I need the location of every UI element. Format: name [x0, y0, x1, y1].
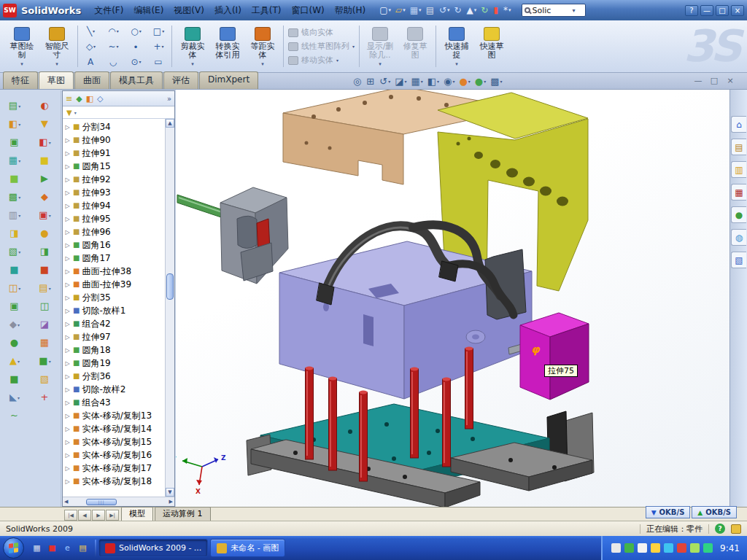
tray-icon[interactable]	[664, 543, 673, 553]
tree-item[interactable]: 分割36	[64, 370, 165, 383]
tool-button[interactable]: ▼	[41, 119, 49, 129]
expand-arrow-icon[interactable]	[64, 321, 71, 327]
sketch-entity-button[interactable]: ◡	[102, 54, 125, 69]
tree-item[interactable]: 拉伸91	[64, 147, 165, 160]
menu-item[interactable]: 编辑(E)	[128, 2, 169, 19]
document-control-button[interactable]: —	[693, 76, 703, 85]
menu-item[interactable]: 插入(I)	[209, 2, 247, 19]
menu-item[interactable]: 帮助(H)	[330, 2, 371, 19]
scrollbar-thumb[interactable]: |||	[86, 499, 117, 505]
tool-button[interactable]: ▦ ▾	[9, 155, 20, 166]
panel-tab-icon[interactable]: ≡	[66, 95, 72, 103]
expand-arrow-icon[interactable]	[64, 137, 71, 144]
command-row[interactable]: 移动实体 ▾	[288, 55, 355, 66]
tree-item[interactable]: 实体-移动/复制13	[64, 409, 165, 422]
expand-arrow-icon[interactable]	[64, 150, 71, 157]
start-button[interactable]	[3, 537, 24, 559]
tab-nav-button[interactable]: ▶	[92, 510, 105, 521]
tree-item[interactable]: 实体-移动/复制18	[64, 475, 165, 488]
tool-button[interactable]: ■	[9, 265, 19, 275]
sketch-entity-button[interactable]: ∙	[125, 39, 147, 54]
menu-item[interactable]: 窗口(W)	[287, 2, 330, 19]
tool-button[interactable]: ◫	[40, 301, 50, 311]
search-dropdown-icon[interactable]: ▾	[573, 7, 576, 14]
red-flag-icon[interactable]: ▮	[491, 5, 501, 15]
window-control-button[interactable]: ×	[731, 5, 744, 16]
tray-icon[interactable]	[690, 543, 700, 553]
command-button[interactable]: 显示/删 除几.. ▾	[363, 26, 397, 67]
tree-item[interactable]: 实体-移动/复制14	[64, 422, 165, 435]
tree-item[interactable]: 拉伸97	[64, 330, 165, 343]
tray-icon[interactable]	[703, 543, 713, 553]
tree-item[interactable]: 拉伸90	[64, 133, 165, 147]
document-control-button[interactable]: ×	[725, 76, 735, 85]
expand-arrow-icon[interactable]	[64, 478, 71, 485]
tool-button[interactable]: ◣ ▾	[9, 392, 20, 402]
command-tab[interactable]: 评估	[163, 71, 198, 89]
expand-arrow-icon[interactable]	[64, 295, 71, 301]
task-button[interactable]: SolidWorks 2009 - ...	[98, 539, 208, 557]
tool-button[interactable]: ■	[40, 265, 50, 275]
task-pane-tab[interactable]: ▦	[731, 184, 746, 201]
task-pane-tab[interactable]: ▥	[731, 161, 746, 178]
expand-arrow-icon[interactable]	[64, 124, 71, 131]
command-tab[interactable]: 模具工具	[110, 71, 163, 89]
expand-arrow-icon[interactable]	[64, 452, 71, 459]
tool-button[interactable]: ●	[10, 338, 19, 348]
tree-vertical-scrollbar[interactable]: ▲ ▼	[165, 119, 174, 497]
document-control-button[interactable]: □	[709, 76, 719, 85]
command-row[interactable]: 镜向实体	[288, 27, 355, 38]
tool-button[interactable]: ▥ ▾	[9, 210, 20, 220]
tool-button[interactable]: ▣	[9, 137, 19, 147]
view-tool-button[interactable]: ◧ ▾	[427, 77, 439, 86]
scrollbar-thumb[interactable]	[166, 273, 174, 300]
tray-icon[interactable]	[638, 543, 647, 553]
tray-icon[interactable]	[611, 543, 621, 553]
expand-arrow-icon[interactable]	[64, 386, 71, 393]
tree-item[interactable]: 组合43	[64, 396, 165, 409]
expand-arrow-icon[interactable]	[64, 176, 71, 183]
expand-arrow-icon[interactable]	[64, 373, 71, 380]
sketch-entity-button[interactable]: ▭	[147, 54, 170, 69]
view-tool-button[interactable]: ▩ ▾	[490, 77, 502, 86]
expand-arrow-icon[interactable]	[64, 360, 71, 367]
tree-item[interactable]: 拉伸92	[64, 173, 165, 186]
open-document-icon[interactable]: ▱ ▾	[393, 5, 408, 15]
tray-icon[interactable]	[651, 543, 660, 553]
tree-item[interactable]: 圆角19	[64, 357, 165, 370]
expand-arrow-icon[interactable]	[64, 426, 71, 432]
sketch-entity-button[interactable]: ◠ ▾	[102, 23, 125, 39]
filter-bar[interactable]: ▼ ▾	[63, 106, 174, 119]
task-button[interactable]: 未命名 - 画图	[210, 539, 285, 557]
undo-icon[interactable]: ↺ ▾	[437, 5, 452, 15]
menu-item[interactable]: 文件(F)	[89, 2, 128, 19]
command-button[interactable]: 等距实 体 ▾	[246, 26, 279, 67]
tool-button[interactable]: ~	[10, 411, 19, 421]
tool-button[interactable]: ▧	[40, 374, 50, 384]
task-pane-tab[interactable]: ⌂	[731, 116, 746, 133]
tree-item[interactable]: 切除-放样1	[64, 304, 165, 317]
expand-arrow-icon[interactable]	[64, 163, 71, 170]
expand-arrow-icon[interactable]	[64, 465, 71, 472]
quick-launch-icon[interactable]: e	[61, 542, 74, 554]
menu-item[interactable]: 工具(T)	[247, 2, 287, 19]
sketch-entity-button[interactable]: ╲ ▾	[80, 23, 102, 39]
save-icon[interactable]: ▦ ▾	[408, 5, 424, 15]
quick-launch-icon[interactable]: ▤	[77, 542, 89, 554]
command-tab[interactable]: DimXpert	[199, 71, 258, 89]
expand-arrow-icon[interactable]	[64, 216, 71, 222]
clipboard-icon[interactable]	[731, 524, 741, 534]
command-button[interactable]: 草图绘 制 ▾	[5, 26, 39, 67]
expand-arrow-icon[interactable]	[64, 413, 71, 419]
scroll-left-icon[interactable]: ◀	[64, 499, 68, 505]
scroll-down-icon[interactable]: ▼	[166, 488, 174, 497]
tool-button[interactable]: ◆	[41, 192, 49, 202]
expand-arrow-icon[interactable]	[64, 242, 71, 249]
panel-chevron-icon[interactable]: »	[167, 95, 171, 103]
window-control-button[interactable]: —	[700, 5, 713, 16]
command-tab[interactable]: 曲面	[74, 71, 109, 89]
quick-launch-icon[interactable]: ■	[46, 542, 58, 554]
view-tool-button[interactable]: ● ▾	[459, 77, 470, 86]
tree-item[interactable]: 实体-移动/复制17	[64, 462, 165, 475]
view-tool-button[interactable]: ◪ ▾	[395, 77, 406, 86]
